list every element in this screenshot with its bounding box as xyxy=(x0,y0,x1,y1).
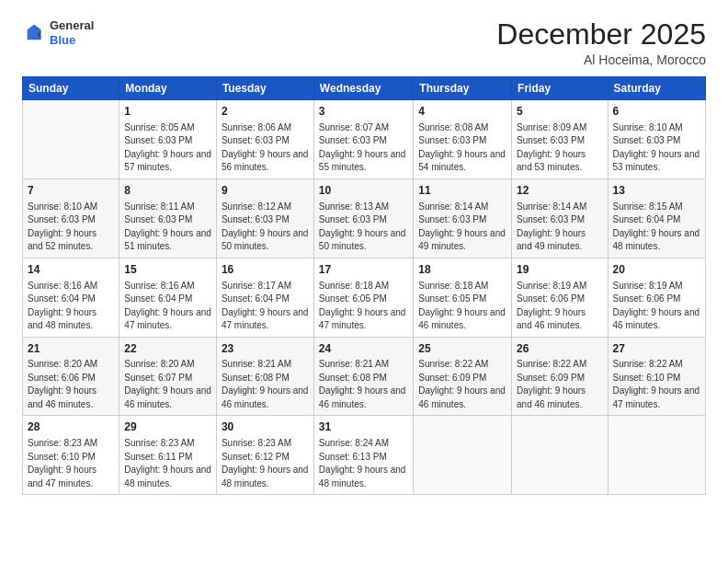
day-number: 9 xyxy=(222,183,309,199)
day-info: Sunrise: 8:10 AMSunset: 6:03 PMDaylight:… xyxy=(28,201,114,254)
day-cell: 19Sunrise: 8:19 AMSunset: 6:06 PMDayligh… xyxy=(512,258,608,337)
day-number: 4 xyxy=(418,104,506,120)
day-cell: 23Sunrise: 8:21 AMSunset: 6:08 PMDayligh… xyxy=(216,337,313,416)
day-info: Sunrise: 8:23 AMSunset: 6:10 PMDaylight:… xyxy=(28,437,114,490)
day-info: Sunrise: 8:18 AMSunset: 6:05 PMDaylight:… xyxy=(319,280,408,333)
day-number: 10 xyxy=(319,183,408,199)
day-info: Sunrise: 8:21 AMSunset: 6:08 PMDaylight:… xyxy=(319,358,408,411)
day-info: Sunrise: 8:20 AMSunset: 6:06 PMDaylight:… xyxy=(28,358,114,411)
day-info: Sunrise: 8:11 AMSunset: 6:03 PMDaylight:… xyxy=(124,201,211,254)
logo: General Blue xyxy=(22,18,94,47)
month-title: December 2025 xyxy=(496,18,706,51)
day-info: Sunrise: 8:14 AMSunset: 6:03 PMDaylight:… xyxy=(418,201,506,254)
day-number: 30 xyxy=(222,419,309,435)
day-info: Sunrise: 8:12 AMSunset: 6:03 PMDaylight:… xyxy=(222,201,309,254)
day-info: Sunrise: 8:21 AMSunset: 6:08 PMDaylight:… xyxy=(222,358,309,411)
day-cell: 26Sunrise: 8:22 AMSunset: 6:09 PMDayligh… xyxy=(512,337,608,416)
header: General Blue December 2025 Al Hoceima, M… xyxy=(22,18,706,67)
week-row-3: 14Sunrise: 8:16 AMSunset: 6:04 PMDayligh… xyxy=(23,258,706,337)
day-info: Sunrise: 8:06 AMSunset: 6:03 PMDaylight:… xyxy=(222,121,309,175)
day-number: 28 xyxy=(28,419,114,435)
day-info: Sunrise: 8:19 AMSunset: 6:06 PMDaylight:… xyxy=(517,280,602,333)
day-info: Sunrise: 8:18 AMSunset: 6:05 PMDaylight:… xyxy=(418,280,506,333)
logo-blue: Blue xyxy=(50,33,94,48)
day-cell xyxy=(608,416,705,495)
day-cell: 1Sunrise: 8:05 AMSunset: 6:03 PMDaylight… xyxy=(119,100,217,179)
weekday-thursday: Thursday xyxy=(414,77,512,100)
day-cell xyxy=(512,416,608,495)
day-cell: 16Sunrise: 8:17 AMSunset: 6:04 PMDayligh… xyxy=(216,258,313,337)
day-cell: 21Sunrise: 8:20 AMSunset: 6:06 PMDayligh… xyxy=(23,337,119,416)
day-number: 12 xyxy=(517,183,602,199)
day-number: 5 xyxy=(517,104,602,120)
day-cell: 17Sunrise: 8:18 AMSunset: 6:05 PMDayligh… xyxy=(313,258,413,337)
day-cell: 11Sunrise: 8:14 AMSunset: 6:03 PMDayligh… xyxy=(414,178,512,258)
calendar-table: SundayMondayTuesdayWednesdayThursdayFrid… xyxy=(22,76,706,495)
day-info: Sunrise: 8:15 AMSunset: 6:04 PMDaylight:… xyxy=(613,201,700,254)
day-info: Sunrise: 8:19 AMSunset: 6:06 PMDaylight:… xyxy=(613,280,700,333)
day-cell: 27Sunrise: 8:22 AMSunset: 6:10 PMDayligh… xyxy=(608,337,705,416)
day-number: 27 xyxy=(613,341,700,357)
day-cell: 4Sunrise: 8:08 AMSunset: 6:03 PMDaylight… xyxy=(414,100,512,179)
day-cell: 20Sunrise: 8:19 AMSunset: 6:06 PMDayligh… xyxy=(608,258,705,337)
day-cell: 3Sunrise: 8:07 AMSunset: 6:03 PMDaylight… xyxy=(313,100,413,179)
day-cell: 22Sunrise: 8:20 AMSunset: 6:07 PMDayligh… xyxy=(119,337,217,416)
day-number: 31 xyxy=(319,419,408,435)
day-info: Sunrise: 8:22 AMSunset: 6:10 PMDaylight:… xyxy=(613,358,700,411)
day-number: 8 xyxy=(124,183,211,199)
svg-marker-1 xyxy=(34,24,40,29)
day-cell: 13Sunrise: 8:15 AMSunset: 6:04 PMDayligh… xyxy=(608,178,705,258)
weekday-saturday: Saturday xyxy=(608,77,705,100)
day-cell xyxy=(23,100,119,179)
day-info: Sunrise: 8:22 AMSunset: 6:09 PMDaylight:… xyxy=(517,358,602,411)
day-info: Sunrise: 8:20 AMSunset: 6:07 PMDaylight:… xyxy=(124,358,211,411)
day-number: 7 xyxy=(28,183,114,199)
day-number: 16 xyxy=(222,262,309,278)
day-cell: 29Sunrise: 8:23 AMSunset: 6:11 PMDayligh… xyxy=(119,416,217,495)
day-info: Sunrise: 8:16 AMSunset: 6:04 PMDaylight:… xyxy=(124,280,211,333)
location: Al Hoceima, Morocco xyxy=(496,52,706,67)
day-number: 19 xyxy=(517,262,602,278)
logo-icon xyxy=(24,23,44,43)
day-cell: 9Sunrise: 8:12 AMSunset: 6:03 PMDaylight… xyxy=(216,178,313,258)
day-number: 1 xyxy=(124,104,211,120)
day-info: Sunrise: 8:05 AMSunset: 6:03 PMDaylight:… xyxy=(124,121,211,175)
calendar-page: General Blue December 2025 Al Hoceima, M… xyxy=(0,0,728,563)
day-cell: 24Sunrise: 8:21 AMSunset: 6:08 PMDayligh… xyxy=(313,337,413,416)
weekday-header-row: SundayMondayTuesdayWednesdayThursdayFrid… xyxy=(23,77,706,100)
day-number: 3 xyxy=(319,104,408,120)
day-number: 23 xyxy=(222,341,309,357)
day-cell: 28Sunrise: 8:23 AMSunset: 6:10 PMDayligh… xyxy=(23,416,119,495)
day-cell: 30Sunrise: 8:23 AMSunset: 6:12 PMDayligh… xyxy=(216,416,313,495)
day-info: Sunrise: 8:08 AMSunset: 6:03 PMDaylight:… xyxy=(418,121,506,175)
weekday-wednesday: Wednesday xyxy=(313,77,413,100)
weekday-friday: Friday xyxy=(512,77,608,100)
day-cell: 7Sunrise: 8:10 AMSunset: 6:03 PMDaylight… xyxy=(23,178,119,258)
day-cell: 10Sunrise: 8:13 AMSunset: 6:03 PMDayligh… xyxy=(313,178,413,258)
day-number: 25 xyxy=(418,341,506,357)
day-number: 21 xyxy=(28,341,114,357)
day-number: 11 xyxy=(418,183,506,199)
day-cell: 2Sunrise: 8:06 AMSunset: 6:03 PMDaylight… xyxy=(216,100,313,179)
day-cell: 25Sunrise: 8:22 AMSunset: 6:09 PMDayligh… xyxy=(414,337,512,416)
day-cell: 31Sunrise: 8:24 AMSunset: 6:13 PMDayligh… xyxy=(313,416,413,495)
day-info: Sunrise: 8:07 AMSunset: 6:03 PMDaylight:… xyxy=(319,121,408,175)
day-info: Sunrise: 8:17 AMSunset: 6:04 PMDaylight:… xyxy=(222,280,309,333)
week-row-5: 28Sunrise: 8:23 AMSunset: 6:10 PMDayligh… xyxy=(23,416,706,495)
day-cell: 15Sunrise: 8:16 AMSunset: 6:04 PMDayligh… xyxy=(119,258,217,337)
title-block: December 2025 Al Hoceima, Morocco xyxy=(496,18,706,67)
week-row-2: 7Sunrise: 8:10 AMSunset: 6:03 PMDaylight… xyxy=(23,178,706,258)
day-info: Sunrise: 8:10 AMSunset: 6:03 PMDaylight:… xyxy=(613,121,700,175)
logo-general: General xyxy=(50,18,94,33)
day-cell: 6Sunrise: 8:10 AMSunset: 6:03 PMDaylight… xyxy=(608,100,705,179)
day-number: 6 xyxy=(613,104,700,120)
day-number: 22 xyxy=(124,341,211,357)
day-cell: 12Sunrise: 8:14 AMSunset: 6:03 PMDayligh… xyxy=(512,178,608,258)
day-info: Sunrise: 8:14 AMSunset: 6:03 PMDaylight:… xyxy=(517,201,602,254)
day-info: Sunrise: 8:16 AMSunset: 6:04 PMDaylight:… xyxy=(28,280,114,333)
day-number: 14 xyxy=(28,262,114,278)
day-cell: 5Sunrise: 8:09 AMSunset: 6:03 PMDaylight… xyxy=(512,100,608,179)
weekday-sunday: Sunday xyxy=(23,77,119,100)
day-cell: 18Sunrise: 8:18 AMSunset: 6:05 PMDayligh… xyxy=(414,258,512,337)
day-cell xyxy=(414,416,512,495)
